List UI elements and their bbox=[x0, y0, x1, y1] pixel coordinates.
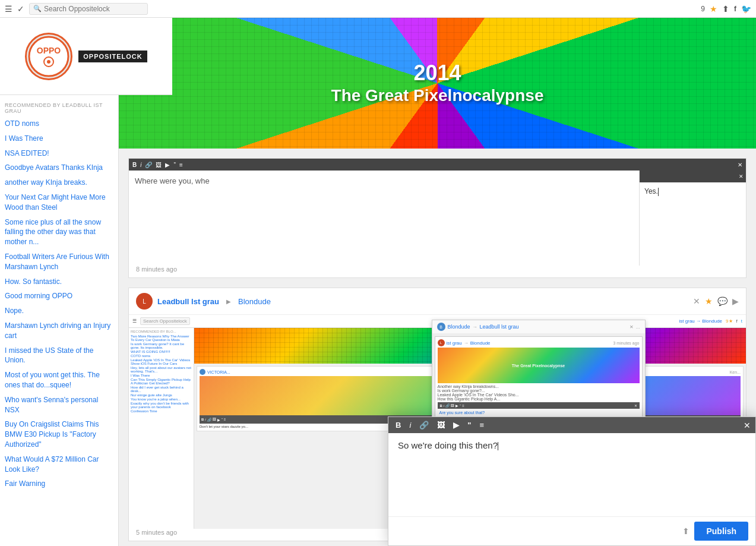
floating-editor-bold[interactable]: B bbox=[393, 419, 403, 431]
search-icon: 🔍 bbox=[33, 5, 42, 12]
ss-sidebar-item-9: Nur einige gute alte Jungs bbox=[131, 393, 192, 397]
sidebar: RECOMMENDED BY LEADBULL IST GRAU OTD nom… bbox=[0, 95, 119, 546]
floating-editor-textarea[interactable]: So we're doing this then? bbox=[388, 433, 755, 516]
nested-q-avatar: B bbox=[437, 323, 445, 331]
nested-q-text: Are you sure about that? bbox=[439, 411, 638, 415]
ss-star: 9★ bbox=[726, 318, 732, 324]
menu-icon[interactable]: ☰ bbox=[5, 4, 12, 14]
floating-editor-italic[interactable]: i bbox=[407, 419, 413, 431]
deep-editor-close[interactable]: ✕ bbox=[634, 403, 637, 408]
sidebar-item-8[interactable]: How. So fantastic. bbox=[0, 274, 118, 289]
comment-arrow: ▶ bbox=[226, 298, 231, 305]
sidebar-item-12[interactable]: I missed the US State of the Union. bbox=[0, 343, 118, 368]
comment-star-btn[interactable]: ★ bbox=[705, 296, 713, 306]
nested-inner-comment-items: Another way Klinja breakdowns... Is work… bbox=[438, 384, 640, 401]
deep-editor-italic[interactable]: i bbox=[444, 404, 444, 408]
ss-fb: f bbox=[736, 318, 738, 324]
logo-bar: OPPO OPPOSITELOCK bbox=[0, 18, 172, 95]
check-icon[interactable]: ✓ bbox=[17, 4, 24, 14]
sidebar-item-5[interactable]: Your Next Car Might Have More Wood than … bbox=[0, 190, 118, 215]
editor-tool-link-1[interactable]: 🔗 bbox=[145, 162, 152, 168]
ss-search-box: Search Oppositelock bbox=[140, 317, 190, 325]
floating-editor-close[interactable]: ✕ bbox=[744, 421, 751, 430]
sidebar-item-1[interactable]: I Was There bbox=[0, 131, 118, 146]
ss-sidebar-item-4: Leaked Apple 'iOS In The Car' Videos Sho… bbox=[131, 358, 192, 365]
nested-q-dismiss[interactable]: ✕ bbox=[630, 324, 634, 330]
deep-editor-bold[interactable]: B bbox=[440, 404, 442, 408]
ss-nav-site: ist grau → Blondude bbox=[679, 318, 723, 324]
floating-editor: B i 🔗 🖼 ▶ " ≡ ✕ So we're doing this then… bbox=[388, 416, 756, 546]
ss-sidebar-item-3: COTD noms bbox=[131, 354, 192, 358]
sidebar-item-11[interactable]: Marshawn Lynch driving an Injury cart bbox=[0, 318, 118, 343]
second-comment-recipient[interactable]: Blondude bbox=[238, 297, 271, 306]
text-cursor bbox=[498, 442, 498, 450]
oppo-logo[interactable]: OPPO bbox=[25, 33, 72, 80]
floating-editor-toolbar: B i 🔗 🖼 ▶ " ≡ ✕ bbox=[388, 417, 755, 433]
floating-editor-text: So we're doing this then? bbox=[398, 440, 498, 450]
editor-tool-video-1[interactable]: ▶ bbox=[165, 162, 170, 168]
second-comment-author[interactable]: Leadbull lst grau bbox=[157, 297, 219, 306]
star-icon[interactable]: ★ bbox=[710, 4, 717, 14]
sidebar-item-7[interactable]: Football Writers Are Furious With Marsha… bbox=[0, 250, 118, 274]
site-name-label: OPPOSITELOCK bbox=[78, 51, 147, 62]
sidebar-item-3[interactable]: Goodbye Avatars Thanks KInja bbox=[0, 160, 118, 175]
nested-q-inner-comment: L ist grau → Blondude 3 minutes ago The … bbox=[435, 336, 643, 428]
deep-editor-quote[interactable]: " bbox=[460, 404, 461, 408]
ss-sidebar: RECOMMENDED BY BLO... Two More Reasons W… bbox=[129, 328, 194, 529]
first-comment-screenshot: B i 🔗 🖼 ▶ " ≡ ✕ Where were you, whe bbox=[129, 159, 746, 266]
twitter-icon[interactable]: 🐦 bbox=[741, 4, 751, 14]
search-input[interactable] bbox=[44, 5, 144, 13]
editor-tool-image-1[interactable]: 🖼 bbox=[156, 162, 162, 168]
nested-q-recipient: Leadbull lst grau bbox=[480, 324, 519, 330]
nested-q-more[interactable]: ... bbox=[636, 324, 640, 330]
sidebar-item-9[interactable]: Good morning OPPO bbox=[0, 289, 118, 304]
sidebar-item-0[interactable]: OTD noms bbox=[0, 116, 118, 131]
ss-tw: t bbox=[741, 318, 742, 324]
top-navigation: ☰ ✓ 🔍 9 ★ ⬆ f 🐦 bbox=[0, 0, 756, 18]
search-box[interactable]: 🔍 bbox=[29, 3, 148, 15]
editor-tool-italic-1[interactable]: i bbox=[140, 162, 141, 168]
editor-tool-bold-1[interactable]: B bbox=[132, 162, 137, 168]
floating-editor-list[interactable]: ≡ bbox=[477, 419, 486, 431]
comment-dismiss-btn[interactable]: ✕ bbox=[693, 296, 700, 306]
second-comment-header: L Leadbull lst grau ▶ Blondude ✕ ★ 💬 ▶ bbox=[129, 288, 746, 315]
ss-sidebar-item-5: Hey, lets all post about our avatars not… bbox=[131, 366, 192, 373]
comment-action-buttons: ✕ ★ 💬 ▶ bbox=[693, 296, 739, 306]
facebook-icon[interactable]: f bbox=[734, 5, 736, 13]
editor-close-1[interactable]: ✕ bbox=[738, 162, 742, 168]
deep-editor-link[interactable]: 🔗 bbox=[445, 403, 450, 408]
sidebar-item-14[interactable]: Who want's Senna's personal NSX bbox=[0, 393, 118, 418]
comment-more-btn[interactable]: ▶ bbox=[732, 296, 739, 306]
floating-editor-image[interactable]: 🖼 bbox=[435, 419, 447, 431]
deep-editor-img[interactable]: 🖼 bbox=[451, 404, 454, 408]
floating-editor-video[interactable]: ▶ bbox=[451, 419, 461, 431]
recommended-label: RECOMMENDED BY LEADBULL IST GRAU bbox=[0, 100, 118, 116]
ss-sidebar-item-0: Two More Reasons Why The Answer To Every… bbox=[131, 334, 192, 342]
ss-sidebar-item-8: How did I ever get stuck behind a desk..… bbox=[131, 386, 192, 393]
inner-editor-close[interactable]: ✕ bbox=[739, 173, 744, 179]
deep-editor-list[interactable]: ≡ bbox=[462, 404, 464, 408]
sidebar-item-2[interactable]: NSA EDITED! bbox=[0, 146, 118, 161]
floating-editor-footer: ⬆ Publish bbox=[388, 516, 755, 545]
editor-tool-quote-1[interactable]: " bbox=[173, 162, 176, 168]
deep-editor-vid[interactable]: ▶ bbox=[456, 403, 458, 408]
sidebar-item-13[interactable]: Most of you wont get this. The ones that… bbox=[0, 368, 118, 393]
hero-title-block: 2014 The Great Pixelnocalypnse bbox=[331, 61, 544, 106]
floating-share-icon[interactable]: ⬆ bbox=[682, 526, 689, 536]
sidebar-item-16[interactable]: What Would A $72 Million Car Look Like? bbox=[0, 452, 118, 477]
floating-editor-link[interactable]: 🔗 bbox=[417, 419, 431, 431]
comment-reply-btn[interactable]: 💬 bbox=[717, 296, 727, 306]
publish-button[interactable]: Publish bbox=[694, 522, 748, 541]
sidebar-item-6[interactable]: Some nice plus of all the snow falling t… bbox=[0, 215, 118, 250]
ss-sidebar-item-2: WHAT IS GOING ON!!!!!! bbox=[131, 350, 192, 354]
sidebar-item-15[interactable]: Buy On Craigslist Claims This BMW E30 Pi… bbox=[0, 417, 118, 452]
ss-sidebar-item-11: Exactly why you don't be friends with yo… bbox=[131, 402, 192, 409]
floating-editor-quote[interactable]: " bbox=[465, 419, 473, 431]
sidebar-item-17[interactable]: Fair Warning bbox=[0, 476, 118, 491]
ss-sidebar-item-7: Can This Simply Gigantic Pickup Help A P… bbox=[131, 378, 192, 385]
sidebar-item-4[interactable]: another way KInja breaks. bbox=[0, 175, 118, 190]
share-icon[interactable]: ⬆ bbox=[722, 4, 729, 14]
sidebar-item-10[interactable]: Nope. bbox=[0, 304, 118, 318]
ss-sidebar-item-1: Is work Germany gone? It cant be gone. I… bbox=[131, 342, 192, 349]
editor-tool-list-1[interactable]: ≡ bbox=[179, 162, 183, 168]
